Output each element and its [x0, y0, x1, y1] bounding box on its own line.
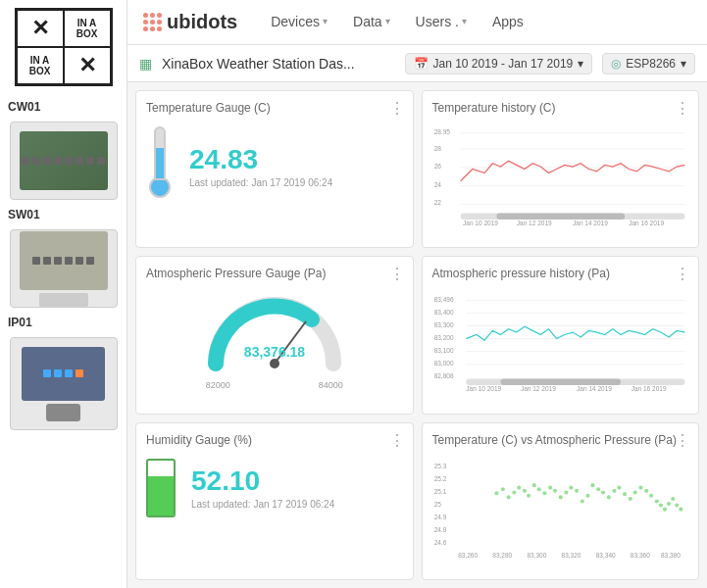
- svg-point-17: [527, 493, 530, 497]
- nav-users[interactable]: Users . ▾: [412, 0, 471, 45]
- svg-point-37: [632, 490, 636, 494]
- logo-text-in2: IN ABOX: [29, 55, 51, 76]
- device-sw01[interactable]: [10, 229, 118, 308]
- y-label-2: 28: [433, 145, 441, 152]
- svg-point-19: [536, 487, 540, 491]
- svg-point-42: [658, 503, 662, 507]
- temp-history-chart: 28.95 28 26 24 22 Jan 10 2019 Jan 12 201…: [432, 121, 689, 233]
- svg-point-41: [654, 499, 658, 503]
- range-selected: [496, 213, 625, 220]
- y-label-3: 26: [433, 163, 441, 170]
- sx-label-4: 83,320: [561, 551, 581, 558]
- logo-cell-1: ✕: [17, 10, 64, 47]
- svg-point-47: [679, 507, 682, 511]
- device-label-sw01: SW01: [8, 208, 40, 221]
- device-board-sw01: [20, 231, 108, 290]
- svg-point-29: [590, 483, 594, 487]
- logo-cell-3: IN ABOX: [17, 47, 64, 84]
- date-chevron: ▾: [578, 57, 583, 71]
- sy-label-1: 25.3: [433, 463, 446, 469]
- py-label-4: 83,200: [433, 335, 453, 342]
- sx-label-1: 83,260: [458, 551, 478, 558]
- svg-point-14: [512, 490, 516, 494]
- pressure-gauge-content: 83,376.18 82000 84000: [146, 286, 403, 394]
- temp-history-title: Temperature history (C): [432, 101, 689, 115]
- pressure-polyline: [466, 327, 684, 341]
- temp-value: 24.83: [189, 144, 332, 175]
- x-label-3: Jan 14 2019: [573, 220, 608, 226]
- temp-updated: Last updated: Jan 17 2019 06:24: [189, 177, 332, 188]
- sx-label-3: 83,300: [527, 551, 546, 558]
- therm-tube: [154, 126, 166, 180]
- scatter-menu[interactable]: ⋮: [675, 431, 690, 450]
- svg-point-36: [628, 497, 631, 501]
- users-chevron: ▾: [462, 16, 467, 26]
- sx-label-2: 83,280: [492, 551, 512, 558]
- svg-point-30: [596, 487, 600, 491]
- battery-fill: [148, 476, 174, 514]
- nav-data[interactable]: Data ▾: [349, 0, 394, 45]
- svg-point-22: [552, 488, 556, 492]
- nav-links: Devices ▾ Data ▾ Users . ▾ Apps: [267, 0, 691, 45]
- scatter-chart: 25.3 25.2 25.1 25 24.9 24.8 24.6 83,260 …: [432, 453, 689, 565]
- device-select-button[interactable]: ◎ ESP8266 ▾: [602, 53, 695, 74]
- x-label-1: Jan 10 2019: [463, 220, 498, 226]
- nav-logo-dots: [143, 13, 161, 31]
- device-ip01[interactable]: [10, 337, 118, 430]
- pressure-gauge-menu[interactable]: ⋮: [389, 265, 405, 283]
- svg-point-44: [667, 502, 671, 506]
- svg-point-45: [671, 497, 675, 501]
- svg-point-13: [506, 495, 510, 499]
- humidity-gauge-widget: Humidity Gauge (%) ⋮ 52.10 Last updated:…: [135, 422, 414, 580]
- sx-label-6: 83,360: [630, 551, 649, 558]
- thermometer-icon: [146, 126, 174, 205]
- chips-cw01: [22, 157, 105, 165]
- gauge-max: 84000: [319, 380, 343, 390]
- top-nav: ubidots Devices ▾ Data ▾ Users . ▾ Apps: [127, 0, 707, 45]
- temp-gauge-menu[interactable]: ⋮: [389, 99, 405, 118]
- humidity-gauge-menu[interactable]: ⋮: [389, 431, 405, 450]
- svg-point-31: [601, 490, 605, 494]
- svg-point-15: [517, 485, 521, 489]
- svg-point-26: [575, 488, 579, 492]
- date-range-text: Jan 10 2019 - Jan 17 2019: [433, 57, 574, 71]
- py-label-7: 82,808: [433, 373, 453, 380]
- temp-history-menu[interactable]: ⋮: [675, 99, 690, 118]
- device-cw01[interactable]: [10, 122, 118, 200]
- device-board-ip01: [22, 347, 105, 401]
- svg-point-25: [569, 485, 573, 489]
- x-label-2: Jan 12 2019: [516, 220, 551, 226]
- sy-label-7: 24.6: [433, 539, 446, 546]
- svg-point-33: [612, 488, 616, 492]
- logo-text-in: IN ABOX: [76, 18, 98, 39]
- py-label-1: 83,496: [433, 296, 453, 303]
- pressure-history-menu[interactable]: ⋮: [675, 265, 690, 283]
- sidebar: ✕ IN ABOX IN ABOX ✕ CW01 SW01: [0, 0, 127, 588]
- y-label-4: 24: [433, 181, 441, 188]
- pressure-gauge-svg: 83,376.18: [196, 290, 353, 378]
- date-range-button[interactable]: 📅 Jan 10 2019 - Jan 17 2019 ▾: [405, 53, 593, 74]
- py-label-6: 83,000: [433, 361, 453, 368]
- devices-chevron: ▾: [323, 16, 328, 26]
- temp-gauge-content: 24.83 Last updated: Jan 17 2019 06:24: [146, 121, 403, 211]
- humidity-value: 52.10: [191, 466, 334, 497]
- nav-apps[interactable]: Apps: [488, 0, 528, 45]
- px-label-1: Jan 10 2019: [466, 385, 501, 392]
- svg-point-16: [522, 488, 526, 492]
- gauge-labels: 82000 84000: [206, 380, 343, 390]
- svg-point-46: [675, 503, 679, 507]
- px-label-4: Jan 16 2019: [631, 385, 666, 392]
- x-label-4: Jan 16 2019: [629, 220, 664, 226]
- pressure-history-widget: Atmospheric pressure history (Pa) ⋮ 83,4…: [422, 256, 700, 414]
- chips-ip01: [43, 369, 83, 377]
- nav-logo: ubidots: [143, 11, 237, 33]
- nav-logo-text: ubidots: [167, 11, 237, 33]
- temp-history-widget: Temperature history (C) ⋮ 28.95 28 26 24…: [422, 90, 700, 248]
- calendar-icon: 📅: [414, 57, 429, 71]
- sw01-base: [39, 293, 88, 307]
- svg-point-21: [548, 485, 552, 489]
- sx-label-5: 83,340: [595, 551, 615, 558]
- svg-point-39: [644, 488, 648, 492]
- dashboard-grid: Temperature Gauge (C) ⋮ 24.83 Last updat…: [127, 82, 707, 588]
- nav-devices[interactable]: Devices ▾: [267, 0, 331, 45]
